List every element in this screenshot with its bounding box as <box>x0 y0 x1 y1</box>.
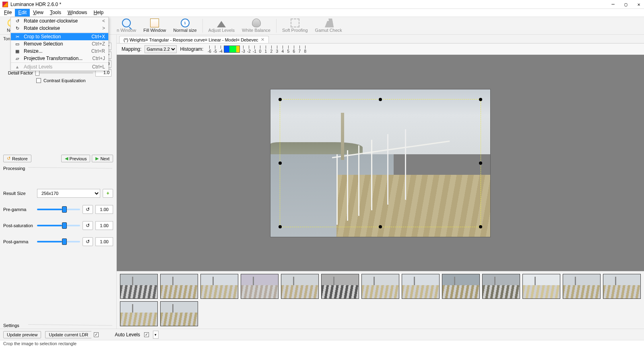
histogram-tick: 5 <box>285 49 291 54</box>
preview-thumbnail[interactable] <box>442 274 480 299</box>
menuitem-remove-selection[interactable]: ▭ Remove Selection Ctrl+Z <box>11 40 108 48</box>
resize-icon: ▦ <box>14 48 21 54</box>
preview-thumbnail[interactable] <box>603 274 641 299</box>
crop-handle-bm[interactable] <box>379 225 382 228</box>
menuitem-shortcut: Ctrl+J <box>92 56 105 61</box>
menuitem-rotate-cw[interactable]: ↻ Rotate clockwise > <box>11 25 108 32</box>
preview-thumbnail[interactable] <box>321 274 359 299</box>
menuitem-resize[interactable]: ▦ Resize... Ctrl+R <box>11 48 108 55</box>
left-arrow-icon: ◀ <box>65 156 68 161</box>
crop-handle-ml[interactable] <box>279 162 282 165</box>
postsat-value[interactable] <box>95 221 113 230</box>
crop-handle-br[interactable] <box>479 225 482 228</box>
histogram-box[interactable] <box>224 46 240 53</box>
toolbar-fill-window[interactable]: Fill Window <box>140 17 169 35</box>
postgamma-value[interactable] <box>95 237 113 246</box>
crop-handle-tr[interactable] <box>479 98 482 101</box>
mapping-label: Mapping: <box>122 46 141 52</box>
right-arrow-icon: ▶ <box>95 156 99 161</box>
preview-thumbnail[interactable] <box>361 274 399 299</box>
update-preview-button[interactable]: Update preview <box>3 331 41 338</box>
menu-help[interactable]: Help <box>91 9 107 17</box>
toolbar-separator <box>276 19 277 33</box>
preview-thumbnail[interactable] <box>241 274 279 299</box>
menu-file[interactable]: File <box>1 9 15 17</box>
preview-thumbnail[interactable] <box>482 274 520 299</box>
preview-thumbnail[interactable] <box>281 274 319 299</box>
toolbar-normal-size[interactable]: Normal size <box>170 17 200 35</box>
histogram-tick: 3 <box>274 49 280 54</box>
crop-handle-mr[interactable] <box>479 162 482 165</box>
preview-thumbnail[interactable] <box>563 274 601 299</box>
postgamma-reset[interactable]: ↺ <box>83 237 93 246</box>
update-ldr-checkbox[interactable] <box>94 332 99 337</box>
next-button[interactable]: ▶Next <box>92 155 113 162</box>
crop-handle-tm[interactable] <box>379 98 382 101</box>
crop-selection[interactable] <box>280 99 481 227</box>
detail-factor-slider[interactable] <box>35 72 93 74</box>
result-size-select[interactable]: 256x170 <box>37 189 100 198</box>
zoom-icon <box>122 19 131 27</box>
histogram-tick: -6 <box>206 49 212 54</box>
menuitem-label: Remove Selection <box>24 41 89 47</box>
crop-handle-tl[interactable] <box>279 98 282 101</box>
menuitem-label: Rotate counter-clockwise <box>24 18 99 24</box>
auto-levels-checkbox[interactable] <box>144 332 149 337</box>
histogram-tick: -3 <box>240 49 246 54</box>
close-button[interactable]: ✕ <box>636 2 642 7</box>
menu-windows[interactable]: Windows <box>64 9 91 17</box>
menu-tools[interactable]: Tools <box>47 9 64 17</box>
postsat-reset[interactable]: ↺ <box>83 221 93 230</box>
preview-thumbnail[interactable] <box>402 274 440 299</box>
preview-thumbnail[interactable] <box>522 274 560 299</box>
menuitem-adjust-levels[interactable]: ▲ Adjust Levels Ctrl+L <box>11 63 108 70</box>
histogram-tick: 7 <box>297 49 302 54</box>
pregamma-slider[interactable] <box>37 209 80 210</box>
adjust-levels-icon <box>217 19 226 27</box>
processing-section: Processing <box>0 165 116 172</box>
menuitem-crop-to-selection[interactable]: ✂ Crop to Selection Ctrl+X <box>11 33 108 40</box>
previous-button[interactable]: ◀Previous <box>61 155 91 162</box>
menuitem-shortcut: Ctrl+X <box>91 34 105 39</box>
menuitem-rotate-ccw[interactable]: ↺ Rotate counter-clockwise < <box>11 17 108 25</box>
pregamma-reset[interactable]: ↺ <box>83 205 93 214</box>
menu-view[interactable]: View <box>30 9 47 17</box>
close-tab-icon[interactable]: ✕ <box>261 37 264 42</box>
add-size-button[interactable]: + <box>103 189 113 198</box>
histogram-label: Histogram: <box>180 46 203 52</box>
title-bar: Luminance HDR 2.6.0 * ─ ▢ ✕ <box>0 0 644 9</box>
crop-handle-bl[interactable] <box>279 225 282 228</box>
postsat-label: Post-saturation <box>3 223 35 228</box>
restore-button[interactable]: ↺Restore <box>3 155 31 162</box>
rotate-cw-icon: ↻ <box>14 25 21 31</box>
image-tab[interactable]: (*) Weights= Triangular - Response curve… <box>119 36 269 43</box>
levels-icon: ▲ <box>14 64 21 70</box>
normal-size-icon <box>181 19 190 27</box>
toolbar-n-window[interactable]: n Window <box>114 17 139 35</box>
pregamma-label: Pre-gamma <box>3 207 35 212</box>
menuitem-projective-transformation[interactable]: ▱ Projective Transformation... Ctrl+J <box>11 55 108 62</box>
histogram-tick: 2 <box>268 49 274 54</box>
preview-thumbnail[interactable] <box>120 274 158 299</box>
toolbar-adjust-levels[interactable]: Adjust Levels <box>205 17 238 35</box>
histogram-tick: 6 <box>291 49 297 54</box>
image-canvas[interactable] <box>117 55 644 271</box>
postgamma-slider[interactable] <box>37 241 80 242</box>
update-current-ldr-button[interactable]: Update current LDR <box>45 331 91 338</box>
mapping-select[interactable]: Gamma 2.2 <box>144 45 177 53</box>
preview-thumbnail[interactable] <box>160 274 198 299</box>
contrast-eq-checkbox[interactable] <box>36 78 41 83</box>
auto-levels-label: Auto Levels <box>115 332 140 338</box>
auto-levels-dropdown[interactable]: ▾ <box>153 331 159 339</box>
preview-thumbnail[interactable] <box>200 274 238 299</box>
pregamma-value[interactable] <box>95 205 113 214</box>
menu-edit[interactable]: Edit <box>15 9 30 17</box>
preview-thumbnail[interactable] <box>120 301 158 326</box>
maximize-button[interactable]: ▢ <box>623 2 629 7</box>
postsat-slider[interactable] <box>37 225 80 226</box>
histogram[interactable]: -6-5-4-3-2-1012345678 <box>206 45 308 54</box>
toolbar-soft-proofing[interactable]: Soft Proofing <box>279 17 311 35</box>
preview-thumbnail[interactable] <box>160 301 198 326</box>
minimize-button[interactable]: ─ <box>610 2 616 7</box>
toolbar-white-balance[interactable]: White Balance <box>239 17 274 35</box>
